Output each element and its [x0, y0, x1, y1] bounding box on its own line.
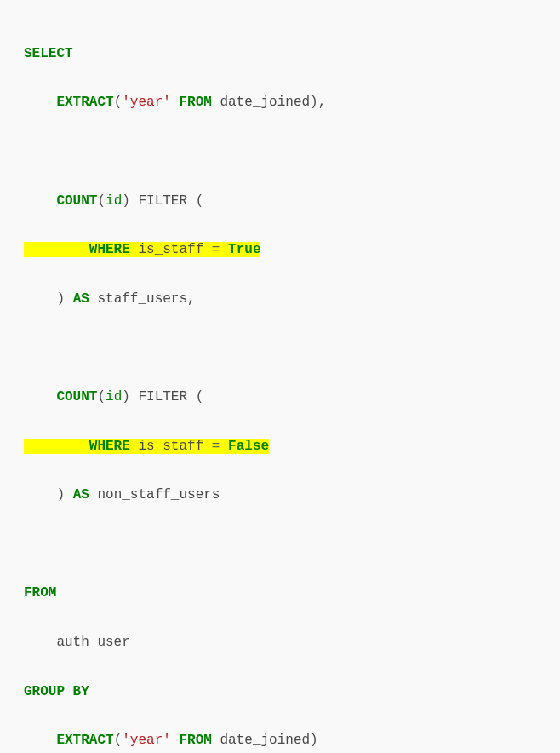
sql-line-count2: COUNT(id) FILTER ( — [24, 385, 536, 410]
sql-line-as2: ) AS non_staff_users — [24, 483, 536, 508]
sql-line-count1: COUNT(id) FILTER ( — [24, 189, 536, 214]
sql-line-authuser: auth_user — [24, 630, 536, 655]
sql-line-extract2: EXTRACT('year' FROM date_joined) — [24, 728, 536, 753]
sql-line-select: SELECT — [24, 42, 536, 66]
sql-line-where1: WHERE is_staff = True — [24, 238, 536, 262]
sql-line-from: FROM — [24, 581, 536, 606]
sql-blank — [24, 532, 536, 557]
sql-line-as1: ) AS staff_users, — [24, 287, 536, 312]
sql-blank — [24, 336, 536, 360]
sql-blank — [24, 140, 536, 164]
sql-code-block: SELECT EXTRACT('year' FROM date_joined),… — [0, 0, 560, 753]
sql-line-where2: WHERE is_staff = False — [24, 434, 536, 459]
sql-line-extract1: EXTRACT('year' FROM date_joined), — [24, 90, 536, 115]
sql-line-groupby: GROUP BY — [24, 680, 536, 704]
